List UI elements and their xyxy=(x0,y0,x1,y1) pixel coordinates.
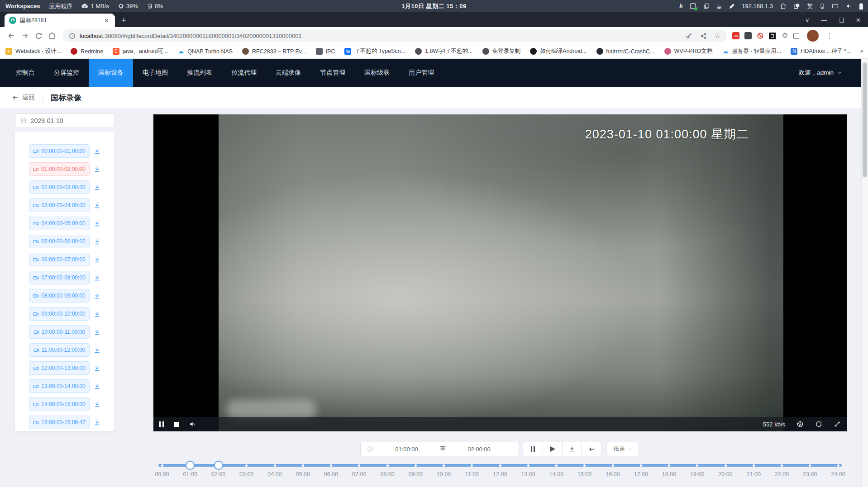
record-item[interactable]: 09:00:00-10:00:00 xyxy=(29,307,90,321)
page-scrollbar[interactable] xyxy=(861,59,868,487)
tab-search-icon[interactable]: ∨ xyxy=(805,17,810,24)
coffee-tray-icon[interactable]: ☕ xyxy=(716,3,722,10)
nav-tab-5[interactable]: 推流列表 xyxy=(177,59,222,87)
download-icon-button[interactable] xyxy=(93,401,101,408)
bookmark-item[interactable]: RFC2833 – RTP Ev... xyxy=(242,48,306,55)
clock[interactable]: 1月10日 星期二 15：09 xyxy=(401,2,466,10)
input-method-indicator[interactable]: 英 xyxy=(807,2,813,10)
bookmarks-overflow-icon[interactable]: » xyxy=(856,47,863,54)
window-minimize-button[interactable]: — xyxy=(821,17,827,24)
back-button[interactable]: 返回 xyxy=(12,94,35,102)
frame-extension-icon[interactable] xyxy=(769,33,776,39)
new-tab-button[interactable]: + xyxy=(121,16,126,24)
download-icon-button[interactable] xyxy=(93,292,101,300)
record-item[interactable]: 13:00:00-14:00:00 xyxy=(29,379,90,393)
bookmark-item[interactable]: 免登录复制 xyxy=(482,47,521,55)
clipboard-tray-icon[interactable] xyxy=(703,3,710,9)
download-icon-button[interactable] xyxy=(93,364,101,372)
nav-tab-10[interactable]: 用户管理 xyxy=(399,59,444,87)
play-button[interactable] xyxy=(543,442,562,456)
bookmark-item[interactable]: 如何编译Android... xyxy=(530,47,587,55)
record-item[interactable]: 11:00:00-12:00:00 xyxy=(29,343,90,357)
reload-icon[interactable] xyxy=(32,32,45,40)
password-key-icon[interactable] xyxy=(686,33,692,39)
nav-tab-2[interactable]: 分屏监控 xyxy=(44,59,89,87)
bookmark-item[interactable]: 1.8W字!了不起的... xyxy=(415,47,473,55)
blocker-extension-icon[interactable] xyxy=(757,32,764,39)
record-item[interactable]: 06:00:00-07:00:00 xyxy=(29,253,90,266)
bookmark-item[interactable]: IPC xyxy=(316,48,335,55)
fullscreen-icon[interactable] xyxy=(834,421,841,428)
memory-usage-indicator[interactable]: 8% xyxy=(147,3,163,9)
nav-tab-8[interactable]: 节点管理 xyxy=(310,59,355,87)
download-icon-button[interactable] xyxy=(93,256,101,264)
sidebar-extension-icon[interactable] xyxy=(793,33,799,39)
bookmark-item[interactable]: Redmine xyxy=(71,48,103,55)
player-mute-icon[interactable] xyxy=(189,421,196,427)
browser-tab[interactable]: 国标28181 ✕ xyxy=(5,14,115,27)
scrollbar-thumb[interactable] xyxy=(863,62,867,177)
download-icon-button[interactable] xyxy=(93,165,101,173)
nav-tab-1[interactable]: 控制台 xyxy=(6,59,44,87)
timeline-handle[interactable] xyxy=(186,461,195,470)
snapshot-shutter-icon[interactable] xyxy=(796,421,804,428)
forward-nav-icon[interactable] xyxy=(18,32,32,40)
bookmark-item[interactable]: ☁QNAP Turbo NAS xyxy=(177,48,233,55)
record-item[interactable]: 08:00:00-09:00:00 xyxy=(29,289,90,303)
bookmark-star-icon[interactable]: ☆ xyxy=(715,32,720,40)
bookmark-item[interactable]: NHDAtmos :: 种子 *... xyxy=(791,47,851,55)
address-bar[interactable]: localhost:38080/#/gbRecordDetail/3402000… xyxy=(62,29,727,42)
nav-tab-6[interactable]: 拉流代理 xyxy=(222,59,266,87)
record-item[interactable]: 07:00:00-08:00:00 xyxy=(29,271,90,284)
player-stop-icon[interactable] xyxy=(174,422,179,427)
download-icon-button[interactable] xyxy=(93,184,101,191)
bookmark-item[interactable]: Cjava、android可... xyxy=(113,47,168,55)
tab-close-icon[interactable]: ✕ xyxy=(103,17,110,24)
battery-tray-icon[interactable] xyxy=(859,3,863,10)
download-record-button[interactable] xyxy=(562,442,582,456)
window-restore-button[interactable]: ❏ xyxy=(839,17,844,24)
download-icon-button[interactable] xyxy=(93,419,101,426)
color-picker-tray-icon[interactable] xyxy=(729,3,735,9)
player-pause-icon[interactable] xyxy=(159,421,164,427)
pause-button[interactable] xyxy=(523,442,543,456)
download-icon-button[interactable] xyxy=(93,220,101,227)
site-info-icon[interactable] xyxy=(69,33,76,39)
bing-tray-icon[interactable]: b xyxy=(679,2,683,10)
browser-menu-icon[interactable]: ⋮ xyxy=(826,32,833,40)
nav-tab-7[interactable]: 云端录像 xyxy=(266,59,310,87)
range-start-input[interactable]: 01:00:00 xyxy=(373,446,440,453)
share-icon[interactable] xyxy=(700,33,707,39)
dark-extension-icon[interactable] xyxy=(744,32,752,39)
ip-address[interactable]: 192.168.1.3 xyxy=(742,3,773,9)
time-range-picker[interactable]: 01:00:00 至 02:00:00 xyxy=(360,442,519,456)
browser-home-icon[interactable] xyxy=(45,32,59,40)
bookmark-item[interactable]: 知了不起的 TypeScri... xyxy=(344,47,405,55)
timeline-handle[interactable] xyxy=(214,461,223,470)
nav-tab-4[interactable]: 电子地图 xyxy=(133,59,177,87)
download-icon-button[interactable] xyxy=(93,346,101,354)
download-icon-button[interactable] xyxy=(93,238,101,246)
record-item[interactable]: 04:00:00-05:00:00 xyxy=(29,217,90,230)
video-player[interactable]: 2023-01-10 01:00:00 星期二 552 kb/s xyxy=(153,114,847,431)
record-item[interactable]: 14:00:00-15:00:00 xyxy=(29,397,90,411)
screenshot-tray-icon[interactable] xyxy=(690,3,696,9)
browser-profile-avatar[interactable] xyxy=(807,30,819,42)
record-item[interactable]: 12:00:00-13:00:00 xyxy=(29,361,90,375)
playback-speed-dropdown[interactable]: 倍速 xyxy=(607,442,639,456)
nav-tab-9[interactable]: 国标级联 xyxy=(355,59,399,87)
download-icon-button[interactable] xyxy=(93,147,101,155)
phone-tray-icon[interactable] xyxy=(820,3,825,9)
stream-refresh-icon[interactable] xyxy=(815,421,822,428)
date-picker-input[interactable]: 2023-01-10 xyxy=(15,113,114,128)
back-nav-icon[interactable] xyxy=(5,32,18,40)
record-item[interactable]: 01:00:00-02:00:00 xyxy=(29,162,90,176)
applications-menu[interactable]: 应用程序 xyxy=(49,2,72,10)
download-icon-button[interactable] xyxy=(93,274,101,282)
range-end-input[interactable]: 02:00:00 xyxy=(446,446,512,453)
download-icon-button[interactable] xyxy=(93,328,101,336)
user-menu[interactable]: 欢迎，admin xyxy=(799,59,861,87)
download-icon-button[interactable] xyxy=(93,310,101,318)
record-item[interactable]: 05:00:00-06:00:00 xyxy=(29,235,90,248)
volume-tray-icon[interactable] xyxy=(845,3,852,9)
